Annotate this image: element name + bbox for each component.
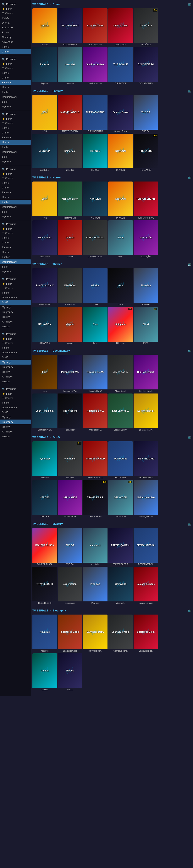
card[interactable]: HTVShadow huntersShadow hunters	[83, 47, 108, 85]
card[interactable]: HTVLoreLore	[32, 355, 57, 393]
sidebar-item-crime[interactable]: Crime	[0, 75, 31, 80]
sidebar-item-biography[interactable]: Biography	[0, 420, 31, 424]
card[interactable]: HTVNarcosNarcos	[58, 653, 82, 691]
card[interactable]: HTVDiaberoDiabero	[58, 220, 82, 258]
sidebar-item-mystery[interactable]: Mystery	[0, 214, 31, 219]
sidebar-filter[interactable]: ⚡Filter	[0, 337, 31, 341]
sidebar-search[interactable]: 🔍Procurar	[0, 276, 31, 282]
sidebar-filter[interactable]: ⚡Filter	[0, 392, 31, 396]
screen-icon[interactable]: 📺	[188, 609, 191, 612]
card[interactable]: HTVMayansMayans	[58, 307, 82, 345]
card[interactable]: HTVPine gapPine gap	[83, 567, 108, 605]
card[interactable]: HTVHip Hop Evolut.Hip Hop Evolut.	[134, 355, 158, 393]
card[interactable]: HTVTERROR URBAN.TERROR URBAN.	[134, 182, 158, 219]
sidebar-filter[interactable]: ⚡Filter	[0, 62, 31, 66]
sidebar-item-mystery[interactable]: Mystery	[0, 305, 31, 310]
sidebar-item-western[interactable]: Western	[0, 379, 31, 384]
card[interactable]: HTVParanormal Wit.Paranormal Wit.	[58, 355, 82, 393]
card[interactable]: HTVTHE OATHE OA	[134, 95, 158, 133]
sidebar-item-family[interactable]: Family	[0, 70, 31, 75]
sidebar-item-mystery[interactable]: Mystery	[0, 360, 31, 365]
screen-icon[interactable]: 📺	[188, 2, 191, 6]
card[interactable]: HTVJINNJINN	[32, 95, 57, 133]
card[interactable]: HTVMARVEL WORLDMARVEL WORLD	[83, 441, 108, 479]
sidebar-item-mystery[interactable]: Mystery	[0, 104, 31, 109]
card[interactable]: HTVKINGDOMKINGDOM	[58, 268, 82, 306]
card[interactable]: HTVWestworldWestworld	[108, 567, 133, 605]
sidebar-item-fantasy[interactable]: Fantasy	[0, 135, 31, 140]
sidebar-search[interactable]: 🔍Procurar	[0, 166, 31, 172]
card[interactable]: HTVLa casa de papeLa casa de pape	[134, 567, 158, 605]
card[interactable]: HTVSALVATION9.9SALVATION	[108, 480, 133, 518]
card[interactable]: HTVPine GapPine Gap	[134, 268, 158, 306]
card[interactable]: HTVGeniusGenius	[32, 653, 57, 691]
card[interactable]: HTVchernobyl9.1chernobyl	[58, 441, 82, 479]
card[interactable]: HTVTHE HANDMAID.THE HANDMAID.	[134, 441, 158, 479]
card[interactable]: HTVSpartácus Veng.Spartácus Veng.	[108, 615, 133, 653]
card[interactable]: HTVMontanha Mor.Montanha Mor.	[58, 182, 82, 219]
sidebar-item-documentary[interactable]: Documentary	[0, 259, 31, 264]
sidebar-item-crime[interactable]: Crime	[0, 240, 31, 245]
card[interactable]: HTVPRESENÇA DE J.PRESENÇA DE J.	[108, 528, 133, 566]
card[interactable]: HTVDEMOLIDORDEMOLIDOR	[108, 8, 133, 46]
card[interactable]: HTVDESIGNATED SI.DESIGNATED SI.	[134, 528, 158, 566]
card[interactable]: HTVsuperstitionsuperstition	[32, 220, 57, 258]
card[interactable]: HTVRUA AUGUSTARUA AUGUSTA	[83, 8, 108, 46]
card[interactable]: HTVLast Chance U.Last Chance U.	[108, 394, 133, 432]
sidebar-item-mystery[interactable]: Mystery	[0, 159, 31, 164]
sidebar-item-thriller[interactable]: Thriller	[0, 145, 31, 150]
card[interactable]: HTVAnatomia do C.Anatomia do C.	[83, 394, 108, 432]
sidebar-item-horror[interactable]: Horror	[0, 140, 31, 145]
sidebar-item-documentary[interactable]: Documentary	[0, 150, 31, 154]
card[interactable]: HTVTHE ROOKIETHE ROOKIE	[108, 47, 133, 85]
card[interactable]: HTVHEROESHEROES	[83, 134, 108, 172]
card[interactable]: HTVO JUSTICEIROO JUSTICEIRO	[134, 47, 158, 85]
card[interactable]: HTVBONECA RUSSABONECA RUSSA	[32, 528, 57, 566]
card[interactable]: HTVOZARKOZARK	[83, 268, 108, 306]
sidebar-item-documentary[interactable]: Documentary	[0, 94, 31, 99]
sidebar-item-sci-fi[interactable]: Sci-Fi	[0, 355, 31, 360]
sidebar-item-crime[interactable]: Crime	[0, 130, 31, 135]
sidebar-filter[interactable]: ⚡Filter	[0, 7, 31, 11]
sidebar-item-documentary[interactable]: Documentary	[0, 350, 31, 355]
sidebar-item-family[interactable]: Family	[0, 44, 31, 49]
card[interactable]: HTVDRAGONDRAGON	[108, 134, 133, 172]
sidebar-item-thriller[interactable]: Thriller	[0, 345, 31, 350]
sidebar-search[interactable]: 🔍Procurar	[0, 112, 31, 117]
screen-icon[interactable]: 📺	[188, 89, 191, 93]
card[interactable]: HTVTIDELANDS7.0TIDELANDS	[134, 134, 158, 172]
card[interactable]: HTVDRAGONDRAGON	[108, 182, 133, 219]
card[interactable]: HTVSempre BruxaSempre Bruxa	[108, 95, 133, 133]
card[interactable]: HTVVoceVoce	[108, 268, 133, 306]
sidebar-item-sci-fi[interactable]: Sci-Fi	[0, 154, 31, 159]
sidebar-search[interactable]: 🔍Procurar	[0, 221, 31, 227]
sidebar-item-history[interactable]: History	[0, 424, 31, 429]
sidebar-item-sci-fi[interactable]: Sci-Fi	[0, 300, 31, 305]
card[interactable]: HTVTrinketsTrinkets	[32, 8, 57, 46]
sidebar-item-family[interactable]: Family	[0, 180, 31, 185]
card[interactable]: HTVULTRAMANULTRAMAN	[108, 441, 133, 479]
card[interactable]: HTVBlueBlue	[83, 307, 108, 345]
sidebar-item-mystery[interactable]: Mystery	[0, 269, 31, 274]
sidebar-item-comedy[interactable]: Comedy	[0, 35, 31, 39]
sidebar-item-biography[interactable]: Biography	[0, 310, 31, 314]
card[interactable]: HTVA ORDEMA ORDEM	[83, 182, 108, 219]
sidebar-search[interactable]: 🔍Procurar	[0, 331, 31, 337]
sidebar-filter[interactable]: ⚡Filter	[0, 172, 31, 176]
card[interactable]: HTVA ORDEMA ORDEM	[32, 134, 57, 172]
card[interactable]: HTVAquariusAquarius	[32, 615, 57, 653]
screen-icon[interactable]: 📺	[188, 176, 191, 179]
sidebar-item-mystery[interactable]: Mystery	[0, 415, 31, 420]
sidebar-filter[interactable]: ⚡Filter	[0, 282, 31, 286]
card[interactable]: HTVmentalistmentalist	[58, 47, 82, 85]
card[interactable]: HTVMARVEL WORLDMARVEL WORLD	[58, 95, 82, 133]
card[interactable]: HTVSALVATIONSALVATION	[32, 307, 57, 345]
sidebar-item-horror[interactable]: Horror	[0, 85, 31, 90]
card[interactable]: HTVThe KeepersThe Keepers	[58, 394, 82, 432]
sidebar-item-history[interactable]: History	[0, 369, 31, 374]
sidebar-item-fantasy[interactable]: Fantasy	[0, 245, 31, 250]
card[interactable]: HTVTRAVELERS III9.9TRAVELERS III	[83, 480, 108, 518]
sidebar-item-western[interactable]: Western	[0, 434, 31, 439]
sidebar-item-todo[interactable]: TODO	[0, 16, 31, 20]
card[interactable]: HTVEU VIEU VI	[108, 220, 133, 258]
